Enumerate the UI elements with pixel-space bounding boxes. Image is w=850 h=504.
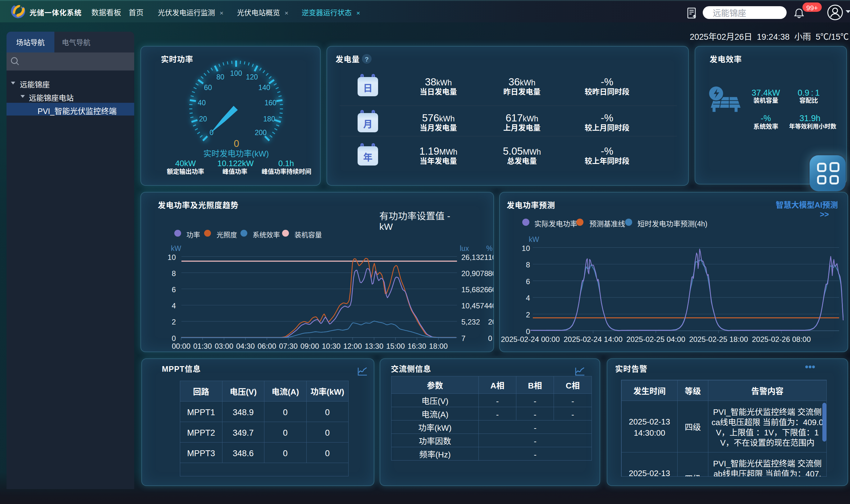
svg-text:26,1321: 26,1321 — [461, 251, 489, 262]
svg-text:06:00: 06:00 — [258, 340, 276, 351]
svg-text:60: 60 — [488, 284, 494, 294]
svg-text:140: 140 — [258, 82, 270, 92]
svg-text:20: 20 — [488, 316, 494, 327]
svg-text:20: 20 — [199, 113, 207, 124]
svg-text:100: 100 — [230, 67, 242, 78]
svg-text:40: 40 — [198, 97, 206, 107]
svg-text:60: 60 — [204, 82, 212, 92]
svg-text:6: 6 — [172, 284, 176, 294]
svg-text:4: 4 — [526, 292, 530, 303]
svg-text:07:30: 07:30 — [279, 340, 298, 351]
svg-text:13:30: 13:30 — [365, 340, 383, 351]
svg-text:120: 120 — [246, 71, 258, 82]
svg-text:18:00: 18:00 — [429, 340, 448, 351]
svg-text:2: 2 — [172, 316, 176, 327]
svg-text:180: 180 — [263, 113, 275, 124]
svg-text:2025-02-24 00:00: 2025-02-24 00:00 — [501, 333, 560, 344]
svg-text:7: 7 — [461, 332, 465, 343]
svg-text:40: 40 — [488, 300, 494, 310]
svg-text:2: 2 — [526, 309, 530, 320]
svg-text:2025-02-25 18:00: 2025-02-25 18:00 — [689, 333, 748, 344]
svg-text:80: 80 — [216, 71, 224, 82]
svg-text:10: 10 — [167, 251, 176, 262]
svg-text:10:30: 10:30 — [322, 340, 340, 351]
svg-text:09:00: 09:00 — [300, 340, 319, 351]
svg-text:20,9078: 20,9078 — [461, 267, 489, 278]
svg-text:10,4574: 10,4574 — [461, 300, 489, 310]
svg-text:6: 6 — [526, 275, 530, 286]
svg-text:160: 160 — [264, 97, 276, 107]
svg-text:15:00: 15:00 — [386, 340, 405, 351]
svg-text:5,232: 5,232 — [461, 316, 480, 327]
svg-text:01:30: 01:30 — [193, 340, 212, 351]
svg-text:100: 100 — [488, 251, 494, 262]
svg-text:04:30: 04:30 — [236, 340, 255, 351]
svg-text:8: 8 — [172, 267, 176, 278]
svg-text:00:00: 00:00 — [172, 340, 191, 351]
svg-text:15,6826: 15,6826 — [461, 284, 489, 294]
svg-text:16:30: 16:30 — [408, 340, 426, 351]
svg-text:0: 0 — [488, 332, 492, 343]
svg-text:200: 200 — [255, 127, 267, 137]
svg-text:8: 8 — [526, 259, 530, 270]
svg-text:2025-02-24 14:00: 2025-02-24 14:00 — [564, 333, 623, 344]
svg-text:10: 10 — [521, 242, 530, 253]
svg-text:4: 4 — [172, 300, 176, 310]
svg-text:2025-02-25 04:00: 2025-02-25 04:00 — [626, 333, 685, 344]
svg-text:03:00: 03:00 — [215, 340, 233, 351]
svg-text:2025-02-26 08:00: 2025-02-26 08:00 — [752, 333, 811, 344]
svg-text:80: 80 — [488, 267, 494, 278]
svg-text:12:00: 12:00 — [343, 340, 362, 351]
